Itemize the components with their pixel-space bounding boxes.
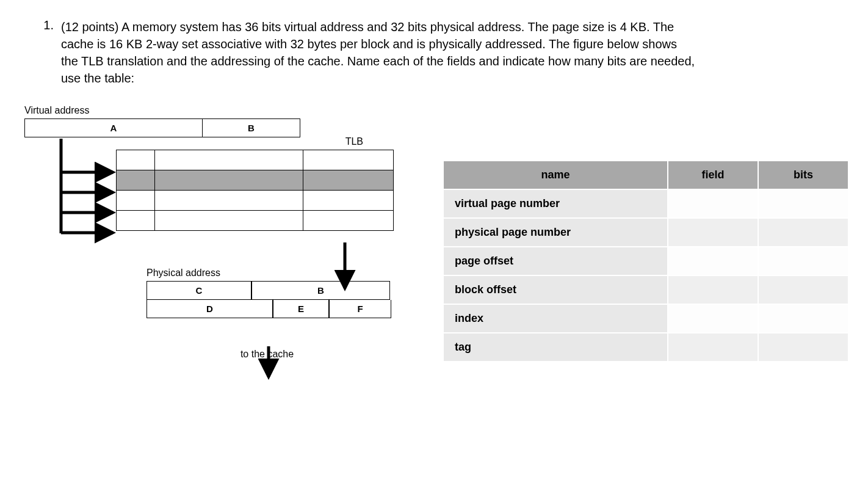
header-name: name bbox=[443, 161, 668, 189]
row-field[interactable] bbox=[668, 189, 758, 218]
tlb-block: TLB bbox=[116, 150, 394, 231]
row-name: block offset bbox=[443, 275, 668, 304]
table-row: index bbox=[443, 304, 848, 333]
question-block: 1. (12 points) A memory system has 36 bi… bbox=[24, 18, 696, 87]
content-row: Virtual address A B TLB Physical address… bbox=[24, 105, 844, 362]
physical-address-row1: C B bbox=[146, 281, 394, 300]
table-row: page offset bbox=[443, 247, 848, 275]
answer-table: name field bits virtual page number phys… bbox=[443, 160, 849, 362]
table-row: block offset bbox=[443, 275, 848, 304]
row-bits[interactable] bbox=[758, 247, 848, 275]
table-row: virtual page number bbox=[443, 189, 848, 218]
tlb-row-hit bbox=[117, 170, 394, 191]
header-bits: bits bbox=[758, 161, 848, 189]
field-b: B bbox=[203, 119, 300, 137]
field-b2: B bbox=[251, 281, 390, 300]
field-d: D bbox=[146, 300, 273, 318]
row-bits[interactable] bbox=[758, 218, 848, 247]
row-name: tag bbox=[443, 333, 668, 362]
field-c: C bbox=[146, 281, 251, 300]
row-field[interactable] bbox=[668, 218, 758, 247]
field-e: E bbox=[273, 300, 329, 318]
physical-address-block: Physical address C B D E F bbox=[146, 268, 394, 318]
header-field: field bbox=[668, 161, 758, 189]
row-field[interactable] bbox=[668, 304, 758, 333]
physical-address-label: Physical address bbox=[146, 268, 394, 279]
row-name: physical page number bbox=[443, 218, 668, 247]
row-bits[interactable] bbox=[758, 275, 848, 304]
row-bits[interactable] bbox=[758, 333, 848, 362]
tlb-table bbox=[116, 150, 394, 231]
row-name: index bbox=[443, 304, 668, 333]
tlb-row bbox=[117, 211, 394, 231]
field-a: A bbox=[25, 119, 203, 137]
virtual-address-box: A B bbox=[24, 118, 300, 137]
row-name: page offset bbox=[443, 247, 668, 275]
field-f: F bbox=[329, 300, 391, 318]
row-bits[interactable] bbox=[758, 304, 848, 333]
row-field[interactable] bbox=[668, 247, 758, 275]
row-name: virtual page number bbox=[443, 189, 668, 218]
row-field[interactable] bbox=[668, 275, 758, 304]
row-bits[interactable] bbox=[758, 189, 848, 218]
table-row: tag bbox=[443, 333, 848, 362]
virtual-address-label: Virtual address bbox=[24, 105, 394, 116]
row-field[interactable] bbox=[668, 333, 758, 362]
table-row: physical page number bbox=[443, 218, 848, 247]
question-number: 1. bbox=[24, 18, 61, 87]
diagram: Virtual address A B TLB Physical address… bbox=[24, 105, 394, 360]
physical-address-row2: D E F bbox=[146, 300, 394, 318]
answer-table-block: name field bits virtual page number phys… bbox=[443, 160, 849, 362]
table-header-row: name field bits bbox=[443, 161, 848, 189]
tlb-label: TLB bbox=[345, 136, 363, 147]
question-text: (12 points) A memory system has 36 bits … bbox=[61, 18, 696, 87]
to-cache-label: to the cache bbox=[146, 349, 388, 360]
tlb-row bbox=[117, 150, 394, 170]
tlb-row bbox=[117, 191, 394, 211]
